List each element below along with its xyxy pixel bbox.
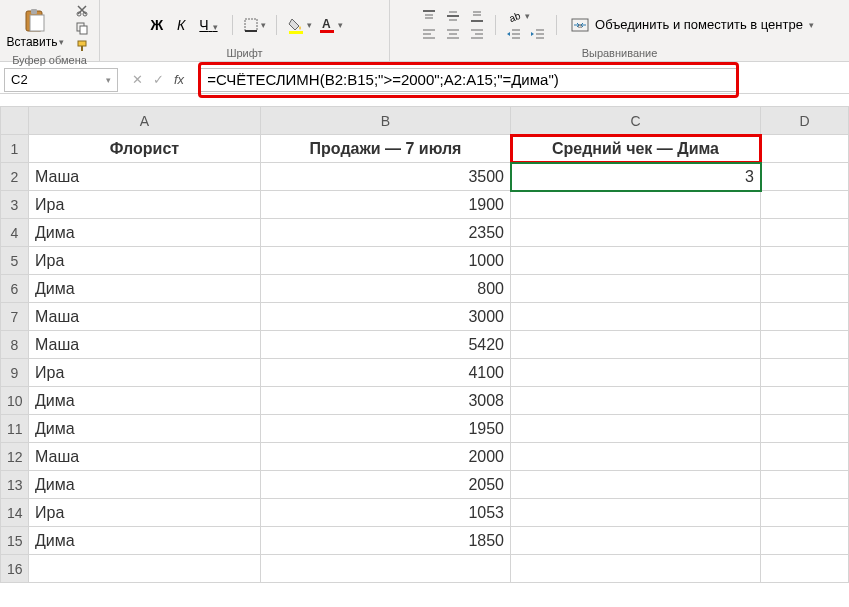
cell[interactable]: Дима <box>29 415 261 443</box>
underline-button[interactable]: Ч ▾ <box>195 15 221 35</box>
cell[interactable]: Ира <box>29 359 261 387</box>
cell[interactable]: 3500 <box>261 163 511 191</box>
row-header[interactable]: 12 <box>1 443 29 471</box>
cell[interactable]: Маша <box>29 443 261 471</box>
cell[interactable] <box>511 331 761 359</box>
row-header[interactable]: 11 <box>1 415 29 443</box>
merge-center-button[interactable]: a Объединить и поместить в центре ▾ <box>565 17 820 33</box>
cell[interactable] <box>761 359 849 387</box>
row-header[interactable]: 3 <box>1 191 29 219</box>
cell[interactable]: Маша <box>29 303 261 331</box>
cell[interactable] <box>511 499 761 527</box>
align-right-button[interactable] <box>467 26 487 42</box>
cell[interactable] <box>761 303 849 331</box>
cut-button[interactable] <box>72 2 92 18</box>
align-center-button[interactable] <box>443 26 463 42</box>
align-middle-button[interactable] <box>443 8 463 24</box>
cell[interactable] <box>511 387 761 415</box>
cell[interactable]: 3008 <box>261 387 511 415</box>
cell[interactable]: 1900 <box>261 191 511 219</box>
indent-increase-button[interactable] <box>528 26 548 42</box>
cell[interactable]: Дима <box>29 527 261 555</box>
cell[interactable] <box>761 135 849 163</box>
cell[interactable] <box>511 303 761 331</box>
font-color-button[interactable]: A ▾ <box>318 16 343 34</box>
col-header-A[interactable]: A <box>29 107 261 135</box>
indent-decrease-button[interactable] <box>504 26 524 42</box>
row-header[interactable]: 15 <box>1 527 29 555</box>
cell[interactable]: Дима <box>29 275 261 303</box>
cell[interactable]: Дима <box>29 471 261 499</box>
cell[interactable]: 5420 <box>261 331 511 359</box>
cell[interactable] <box>511 471 761 499</box>
col-header-B[interactable]: B <box>261 107 511 135</box>
grid[interactable]: A B C D 1ФлористПродажи — 7 июляСредний … <box>0 106 849 583</box>
cell[interactable]: 2050 <box>261 471 511 499</box>
cell[interactable]: Продажи — 7 июля <box>261 135 511 163</box>
name-box[interactable]: C2 ▾ <box>4 68 118 92</box>
formula-input[interactable] <box>198 68 739 92</box>
cell[interactable]: 2350 <box>261 219 511 247</box>
cell[interactable]: 800 <box>261 275 511 303</box>
cell[interactable] <box>761 499 849 527</box>
fx-label[interactable]: fx <box>174 72 184 87</box>
cell[interactable]: 1950 <box>261 415 511 443</box>
cell[interactable] <box>761 163 849 191</box>
format-painter-button[interactable] <box>72 38 92 54</box>
cell[interactable] <box>761 191 849 219</box>
cell[interactable] <box>511 443 761 471</box>
cell[interactable] <box>761 247 849 275</box>
cell[interactable] <box>29 555 261 583</box>
row-header[interactable]: 6 <box>1 275 29 303</box>
cell[interactable] <box>511 219 761 247</box>
row-header[interactable]: 14 <box>1 499 29 527</box>
cell[interactable] <box>511 527 761 555</box>
orientation-button[interactable]: ab ▾ <box>504 8 532 24</box>
cell[interactable] <box>761 527 849 555</box>
row-header[interactable]: 13 <box>1 471 29 499</box>
row-header[interactable]: 8 <box>1 331 29 359</box>
cell[interactable]: Дима <box>29 387 261 415</box>
fill-color-button[interactable]: ▾ <box>287 16 312 34</box>
cell[interactable]: Ира <box>29 191 261 219</box>
borders-button[interactable]: ▾ <box>243 17 266 33</box>
cell[interactable] <box>511 191 761 219</box>
cell[interactable]: 1850 <box>261 527 511 555</box>
cell[interactable] <box>511 555 761 583</box>
paste-button[interactable]: Вставить ▾ <box>7 7 65 49</box>
cancel-formula-button[interactable]: ✕ <box>132 72 143 87</box>
cell[interactable]: Маша <box>29 163 261 191</box>
row-header[interactable]: 7 <box>1 303 29 331</box>
cell[interactable] <box>761 275 849 303</box>
cell[interactable]: 1053 <box>261 499 511 527</box>
cell[interactable]: 3 <box>511 163 761 191</box>
cell[interactable]: 3000 <box>261 303 511 331</box>
cell[interactable]: Ира <box>29 247 261 275</box>
cell[interactable] <box>761 219 849 247</box>
row-header[interactable]: 16 <box>1 555 29 583</box>
row-header[interactable]: 2 <box>1 163 29 191</box>
align-left-button[interactable] <box>419 26 439 42</box>
cell[interactable]: Флорист <box>29 135 261 163</box>
cell[interactable]: Ира <box>29 499 261 527</box>
cell[interactable] <box>761 555 849 583</box>
bold-button[interactable]: Ж <box>146 15 167 35</box>
col-header-D[interactable]: D <box>761 107 849 135</box>
row-header[interactable]: 10 <box>1 387 29 415</box>
align-top-button[interactable] <box>419 8 439 24</box>
row-header[interactable]: 9 <box>1 359 29 387</box>
italic-button[interactable]: К <box>173 15 189 35</box>
cell[interactable] <box>511 359 761 387</box>
cell[interactable]: 2000 <box>261 443 511 471</box>
cell[interactable] <box>761 415 849 443</box>
cell[interactable] <box>761 443 849 471</box>
row-header[interactable]: 1 <box>1 135 29 163</box>
row-header[interactable]: 5 <box>1 247 29 275</box>
cell[interactable] <box>511 415 761 443</box>
cell[interactable]: Маша <box>29 331 261 359</box>
row-header[interactable]: 4 <box>1 219 29 247</box>
cell[interactable] <box>261 555 511 583</box>
col-header-C[interactable]: C <box>511 107 761 135</box>
cell[interactable] <box>511 275 761 303</box>
cell[interactable] <box>511 247 761 275</box>
